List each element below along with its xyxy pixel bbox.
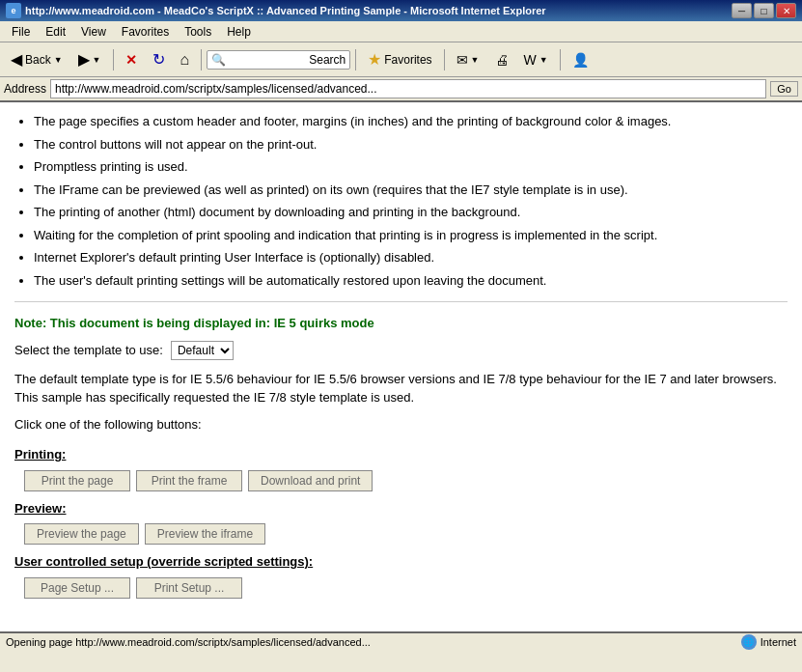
title-bar-left: e http://www.meadroid.com - MeadCo's Scr… [6,3,546,18]
toolbar-sep-2 [201,49,202,70]
menu-view[interactable]: View [73,23,114,41]
toolbar: ◀ Back ▼ ▶ ▼ ✕ ↻ ⌂ 🔍 Search ★ Favorites … [0,42,802,77]
preview-buttons: Preview the page Preview the iframe [14,523,788,545]
menu-tools[interactable]: Tools [177,23,219,41]
forward-arrow-icon: ▶ [78,50,90,69]
feature-item-6: Waiting for the completion of print spoo… [34,226,788,245]
feature-item-2: The control buttons will not appear on t… [34,135,788,154]
download-print-button[interactable]: Download and print [248,470,373,491]
printing-label: Printing: [14,445,788,464]
preview-section: Preview: Preview the page Preview the if… [14,499,788,546]
back-dropdown-icon: ▼ [54,55,63,65]
divider-1 [14,301,788,302]
ie-icon: e [6,3,21,18]
printing-section: Printing: Print the page Print the frame… [14,445,788,491]
close-button[interactable]: ✕ [776,3,796,18]
bottom-spacer [14,606,788,632]
toolbar-sep-1 [113,49,114,70]
page-setup-button[interactable]: Page Setup ... [24,577,130,599]
mail-dropdown-icon: ▼ [471,55,480,65]
edit-dropdown-icon: ▼ [539,55,548,65]
stop-button[interactable]: ✕ [119,48,144,71]
print-frame-button[interactable]: Print the frame [136,470,242,491]
favorites-button[interactable]: ★ Favorites [361,46,438,72]
star-icon: ★ [368,50,381,69]
template-select[interactable]: Default [171,341,234,360]
minimize-button[interactable]: ─ [732,3,752,18]
back-button[interactable]: ◀ Back ▼ [4,46,69,72]
template-description: The default template type is for IE 5.5/… [14,370,788,407]
status-text: Opening page http://www.meadroid.com/scr… [6,636,371,648]
feature-item-3: Promptless printing is used. [34,157,788,177]
internet-icon: 🌐 [741,634,757,650]
print-setup-button[interactable]: Print Setup ... [136,577,242,599]
template-select-row: Select the template to use: Default [14,341,788,360]
toolbar-sep-5 [560,49,561,70]
feature-item-1: The page specifies a custom header and f… [34,112,788,131]
search-glass-icon: 🔍 [211,53,226,67]
address-input[interactable] [50,79,766,98]
messenger-button[interactable]: 👤 [566,48,595,71]
favorites-label: Favorites [384,53,431,67]
print-button[interactable]: 🖨 [488,48,515,71]
feature-item-8: The user's default printing settings wil… [34,271,788,291]
quirks-mode-note: Note: This document is being displayed i… [14,314,788,333]
setup-buttons: Page Setup ... Print Setup ... [14,577,788,599]
mail-button[interactable]: ✉ ▼ [450,48,486,71]
home-button[interactable]: ⌂ [174,47,197,72]
address-label: Address [4,82,46,96]
feature-list: The page specifies a custom header and f… [14,112,788,290]
home-icon: ⌂ [180,51,190,69]
address-bar: Address Go [0,77,802,102]
stop-icon: ✕ [125,52,137,68]
search-box[interactable]: 🔍 Search [207,50,350,70]
printer-icon: 🖨 [495,52,509,68]
go-button[interactable]: Go [770,81,798,97]
print-page-button[interactable]: Print the page [24,470,130,491]
feature-item-5: The printing of another (html) document … [34,203,788,222]
menu-edit[interactable]: Edit [38,23,73,41]
back-arrow-icon: ◀ [11,50,22,69]
messenger-icon: 👤 [572,52,589,68]
template-label: Select the template to use: [14,341,163,360]
edit-button[interactable]: W ▼ [517,48,555,71]
user-setup-label: User controlled setup (override scripted… [14,552,788,572]
window-controls: ─ □ ✕ [732,3,796,18]
menu-favorites[interactable]: Favorites [114,23,177,41]
toolbar-sep-3 [355,49,356,70]
menu-file[interactable]: File [4,23,38,41]
printing-buttons: Print the page Print the frame Download … [14,470,788,491]
preview-iframe-button[interactable]: Preview the iframe [145,523,265,545]
toolbar-sep-4 [444,49,445,70]
menu-bar: File Edit View Favorites Tools Help [0,21,802,42]
search-label: Search [309,53,346,67]
browser-content[interactable]: The page specifies a custom header and f… [0,102,802,631]
user-setup-section: User controlled setup (override scripted… [14,552,788,599]
status-bar: Opening page http://www.meadroid.com/scr… [0,631,802,651]
zone-label: Internet [761,636,796,648]
edit-icon: W [524,52,537,68]
menu-help[interactable]: Help [219,23,259,41]
window-title: http://www.meadroid.com - MeadCo's Scrip… [25,5,546,16]
title-bar: e http://www.meadroid.com - MeadCo's Scr… [0,0,802,21]
preview-label: Preview: [14,499,788,518]
click-instruction: Click one of the following buttons: [14,415,788,434]
back-label: Back [25,53,51,67]
forward-button[interactable]: ▶ ▼ [71,46,108,72]
feature-item-4: The IFrame can be previewed (as well as … [34,181,788,200]
mail-icon: ✉ [456,52,468,68]
status-right: 🌐 Internet [741,634,796,650]
search-input[interactable] [229,53,306,67]
browser-content-wrapper: The page specifies a custom header and f… [0,102,802,631]
feature-item-7: Internet Explorer's default printing Use… [34,248,788,267]
refresh-icon: ↻ [152,50,165,69]
maximize-button[interactable]: □ [754,3,774,18]
preview-page-button[interactable]: Preview the page [24,523,139,545]
refresh-button[interactable]: ↻ [146,46,172,72]
forward-dropdown-icon: ▼ [93,55,101,65]
